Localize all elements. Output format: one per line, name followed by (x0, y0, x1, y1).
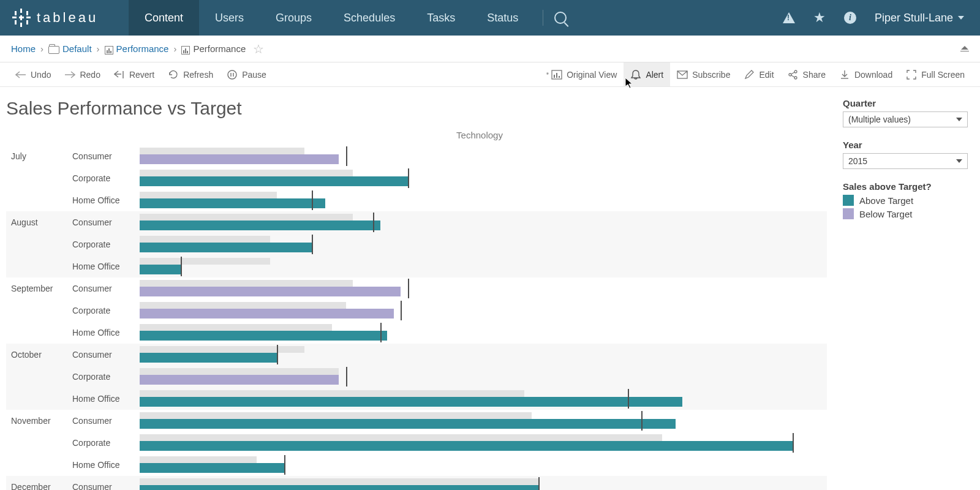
chart-row[interactable]: Corporate (72, 300, 827, 322)
nav-tab-status[interactable]: Status (471, 0, 534, 36)
bullet-chart: JulyConsumerCorporateHome OfficeAugustCo… (6, 145, 827, 490)
favorites-icon[interactable]: ★ (813, 10, 826, 26)
crumb-home[interactable]: Home (11, 43, 36, 54)
download-button[interactable]: Download (832, 62, 899, 86)
fullscreen-icon (906, 69, 917, 80)
chart-row[interactable]: Consumer (72, 476, 827, 490)
svg-point-14 (794, 70, 797, 73)
nav-tab-content[interactable]: Content (129, 0, 199, 36)
bar-track (140, 233, 827, 255)
column-header: Technology (140, 130, 820, 140)
target-marker (793, 433, 794, 453)
bar-actual (140, 441, 793, 451)
chart-row[interactable]: Consumer (72, 211, 827, 233)
bar-actual (140, 287, 401, 296)
segment-label: Consumer (72, 350, 140, 360)
legend-above[interactable]: Above Target (843, 195, 968, 206)
target-marker (401, 301, 402, 320)
chart-row[interactable]: Consumer (72, 344, 827, 366)
brand-logo[interactable]: tableau (0, 9, 129, 27)
legend-below[interactable]: Below Target (843, 208, 968, 219)
info-icon[interactable]: i (844, 12, 856, 24)
bar-context (140, 456, 257, 463)
chart-row[interactable]: Home Office (72, 255, 827, 277)
filter-panel: Quarter (Multiple values) Year 2015 Sale… (827, 96, 974, 490)
svg-rect-9 (556, 73, 557, 78)
chart-row[interactable]: Corporate (72, 233, 827, 255)
refresh-button[interactable]: Refresh (161, 62, 220, 86)
chart-row[interactable]: Corporate (72, 432, 827, 454)
nav-tab-schedules[interactable]: Schedules (328, 0, 411, 36)
svg-point-15 (794, 77, 797, 79)
top-nav: tableau ContentUsersGroupsSchedulesTasks… (0, 0, 980, 36)
segment-label: Home Office (72, 460, 140, 470)
chart-row[interactable]: Home Office (72, 189, 827, 211)
revert-button[interactable]: Revert (107, 62, 161, 86)
bar-track (140, 410, 827, 432)
search-icon[interactable] (554, 12, 567, 24)
month-group: NovemberConsumerCorporateHome Office (6, 410, 827, 476)
share-button[interactable]: Share (781, 62, 832, 86)
segment-label: Home Office (72, 328, 140, 337)
collapse-header-icon[interactable] (960, 46, 969, 51)
user-menu[interactable]: Piper Stull-Lane (875, 12, 964, 24)
undo-button[interactable]: Undo (9, 62, 58, 86)
redo-icon (64, 69, 75, 80)
viz-title: Sales Performance vs Target (6, 98, 827, 119)
pause-button[interactable]: Pause (220, 62, 273, 86)
chart-row[interactable]: Corporate (72, 167, 827, 189)
nav-tab-tasks[interactable]: Tasks (411, 0, 471, 36)
target-marker (641, 411, 643, 431)
crumb-workbook[interactable]: Performance (116, 43, 169, 54)
bar-actual (140, 243, 312, 252)
download-icon (839, 69, 850, 80)
year-filter-select[interactable]: 2015 (843, 153, 968, 169)
alert-warning-icon[interactable] (783, 12, 795, 23)
bar-actual (140, 463, 284, 473)
month-label: August (6, 211, 72, 277)
bar-actual (140, 176, 408, 186)
breadcrumb-bar: Home › Default › Performance › Performan… (0, 36, 980, 62)
chart-row[interactable]: Home Office (72, 322, 827, 344)
bar-track (140, 388, 827, 410)
nav-tab-users[interactable]: Users (199, 0, 260, 36)
subscribe-button[interactable]: + Subscribe (670, 62, 737, 86)
fullscreen-button[interactable]: Full Screen (899, 62, 971, 86)
month-label: November (6, 410, 72, 476)
bar-track (140, 476, 827, 490)
quarter-filter-select[interactable]: (Multiple values) (843, 111, 968, 127)
edit-button[interactable]: Edit (737, 62, 780, 86)
alert-button[interactable]: Alert (624, 62, 670, 86)
legend-title: Sales above Target? (843, 181, 968, 192)
bar-actual (140, 309, 394, 318)
share-icon (788, 69, 799, 80)
target-marker (346, 367, 347, 386)
bar-context (140, 368, 339, 375)
refresh-icon (168, 69, 179, 80)
pencil-icon (744, 69, 755, 80)
bar-track (140, 432, 827, 454)
bar-actual (140, 375, 339, 385)
redo-button[interactable]: Redo (58, 62, 107, 86)
crumb-project[interactable]: Default (62, 43, 92, 54)
bar-actual (140, 397, 682, 407)
undo-icon (15, 69, 26, 80)
segment-label: Home Office (72, 394, 140, 404)
segment-label: Corporate (72, 372, 140, 382)
target-marker (408, 279, 409, 298)
chart-row[interactable]: Home Office (72, 454, 827, 476)
bar-context (140, 214, 353, 221)
chart-row[interactable]: Consumer (72, 410, 827, 432)
bar-context (140, 346, 304, 353)
nav-tab-groups[interactable]: Groups (260, 0, 328, 36)
original-view-button[interactable]: * Original View (540, 62, 624, 86)
chart-row[interactable]: Home Office (72, 388, 827, 410)
month-group: SeptemberConsumerCorporateHome Office (6, 277, 827, 344)
favorite-toggle-icon[interactable]: ☆ (253, 42, 264, 56)
original-view-icon (551, 69, 562, 80)
chart-row[interactable]: Consumer (72, 145, 827, 167)
segment-label: Home Office (72, 195, 140, 205)
chart-row[interactable]: Consumer (72, 277, 827, 300)
chart-row[interactable]: Corporate (72, 366, 827, 388)
month-group: DecemberConsumer (6, 476, 827, 490)
